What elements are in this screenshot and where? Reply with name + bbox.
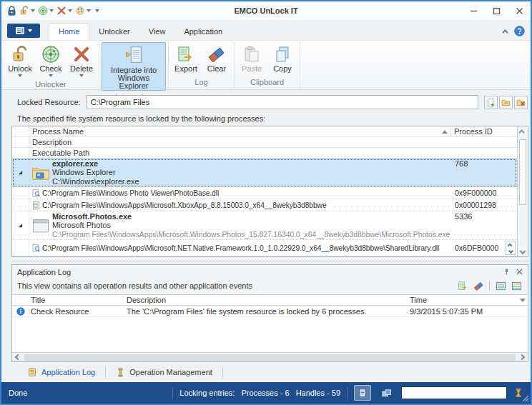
application-log-panel: Application Log This view contains all o… <box>11 264 528 362</box>
scroll-track[interactable] <box>518 136 528 246</box>
close-button[interactable] <box>508 2 531 19</box>
handle-row-xboxapp[interactable]: C:\Program Files\WindowsApps\Microsoft.X… <box>12 199 517 211</box>
scroll-thumb[interactable] <box>24 354 516 361</box>
column-header-time[interactable]: Time <box>408 296 528 304</box>
log-description-cell: The 'C:\Program Files' file system resou… <box>124 307 408 316</box>
spin-up-icon <box>507 243 512 248</box>
column-header-process-id[interactable]: Process ID <box>451 127 517 136</box>
check-button[interactable]: Check <box>36 42 66 78</box>
status-text: Done <box>9 389 166 397</box>
close-panel-icon[interactable] <box>516 269 523 275</box>
qat-theme-caret[interactable] <box>87 9 91 12</box>
ribbon-group-log: Export Clear Log <box>169 41 235 89</box>
qat-unlock-caret[interactable] <box>31 9 35 12</box>
export-log-button[interactable] <box>456 279 469 292</box>
qat-delete-caret[interactable] <box>68 9 72 12</box>
minimize-button[interactable] <box>462 2 485 19</box>
process-path: C:\Windows\explorer.exe <box>52 177 517 186</box>
tab-unlocker[interactable]: Unlocker <box>89 24 139 40</box>
locked-resource-label: Locked Resource: <box>17 98 81 106</box>
scroll-up-button[interactable] <box>518 126 528 136</box>
locked-resource-input[interactable] <box>87 95 478 109</box>
row-scroll-spinner[interactable] <box>506 241 516 255</box>
pin-icon[interactable] <box>503 268 511 276</box>
check-file-button[interactable] <box>484 96 498 109</box>
process-row-photos[interactable]: Microsoft.Photos.exe5336 Microsoft Photo… <box>12 211 517 240</box>
ribbon-group-integration: Integrate intoWindows Explorer Integrati… <box>99 41 169 89</box>
windows-layout-button[interactable] <box>378 385 395 401</box>
process-description: Windows Explorer <box>52 168 517 177</box>
handles-count: Handles - 59 <box>296 389 340 397</box>
window-controls <box>462 2 531 19</box>
resize-grip[interactable] <box>522 395 529 402</box>
column-header-executable-path[interactable]: Executable Path <box>29 149 517 157</box>
unlock-dropdown-caret[interactable] <box>18 74 22 77</box>
sort-descending-icon <box>520 299 526 302</box>
process-row-explorer[interactable]: explorer.exe768 Windows Explorer C:\Wind… <box>12 159 517 187</box>
vertical-scrollbar[interactable] <box>517 126 528 256</box>
maximize-button[interactable] <box>485 2 508 19</box>
scroll-down-button[interactable] <box>518 246 528 256</box>
delete-button[interactable]: Delete <box>66 42 97 78</box>
group-label-clipboard: Clipboard <box>237 76 297 89</box>
log-row-check-resource[interactable]: Check Resource The 'C:\Program Files' fi… <box>12 306 528 317</box>
paste-icon <box>242 45 261 64</box>
clear-button[interactable]: Clear <box>202 42 232 76</box>
column-header-description[interactable]: Description <box>29 138 517 146</box>
tab-home[interactable]: Home <box>49 23 89 40</box>
tab-operation-management[interactable]: Operation Management <box>106 364 222 381</box>
integrate-explorer-button[interactable]: Integrate intoWindows Explorer <box>102 42 166 91</box>
dll-icon <box>29 244 42 253</box>
export-button[interactable]: Export <box>171 42 201 76</box>
app-lock-icon <box>6 6 17 16</box>
clear-log-button[interactable] <box>472 279 485 292</box>
progress-box <box>401 386 507 399</box>
row-expander[interactable] <box>12 159 29 186</box>
clear-resource-button[interactable] <box>514 96 528 109</box>
handle-row-sharedlibrary[interactable]: C:\Program Files\WindowsApps\Microsoft.N… <box>12 240 517 256</box>
app-menu-button[interactable] <box>7 24 40 38</box>
windows-explorer-icon <box>29 159 52 186</box>
qat-unlock-button[interactable] <box>19 5 36 16</box>
tab-application[interactable]: Application <box>174 24 232 40</box>
qat-theme-button[interactable] <box>74 5 92 16</box>
row-expander[interactable] <box>12 211 29 239</box>
hourglass-icon <box>116 368 125 377</box>
column-header-title[interactable]: Title <box>29 296 124 304</box>
locked-resource-row: Locked Resource: <box>17 94 528 110</box>
scroll-thumb[interactable] <box>519 139 526 205</box>
qat-check-caret[interactable] <box>49 9 54 12</box>
column-header-description[interactable]: Description <box>124 296 408 304</box>
log-panel-title: Application Log <box>17 268 497 276</box>
process-id: 5336 <box>451 212 517 221</box>
grid-header-row-name: Process Name Process ID <box>12 126 517 137</box>
handle-path: C:\Program Files\WindowsApps\Microsoft.N… <box>42 244 451 252</box>
check-dropdown-caret[interactable] <box>49 74 53 77</box>
view-grouped-button[interactable] <box>510 279 523 292</box>
spin-down-icon <box>508 249 513 254</box>
toggle-log-panel-button[interactable] <box>354 385 371 401</box>
collapse-ribbon-button[interactable] <box>502 29 508 35</box>
panel-splitter[interactable] <box>11 257 528 264</box>
log-scroll-icon <box>27 367 37 377</box>
browse-folder-button[interactable] <box>499 96 513 109</box>
log-time-cell: 9/3/2015 5:07:35 PM <box>408 307 528 316</box>
file-icon <box>29 201 42 210</box>
tab-view[interactable]: View <box>139 24 175 40</box>
column-header-process-name[interactable]: Process Name <box>29 126 451 136</box>
sort-ascending-icon <box>442 130 448 134</box>
qat-delete-button[interactable] <box>56 5 73 16</box>
horizontal-scrollbar[interactable] <box>12 352 528 361</box>
handle-row-photobase[interactable]: C:\Program Files\Windows Photo Viewer\Ph… <box>12 187 517 199</box>
copy-icon <box>273 45 292 64</box>
scroll-right-button[interactable] <box>516 353 528 361</box>
help-button[interactable] <box>514 26 525 36</box>
unlock-button[interactable]: Unlock <box>5 42 35 78</box>
copy-button[interactable]: Copy <box>267 42 297 76</box>
view-list-button[interactable] <box>494 279 507 292</box>
qat-customize-button[interactable] <box>95 9 99 12</box>
qat-check-button[interactable] <box>37 5 54 16</box>
tab-application-log[interactable]: Application Log <box>17 364 105 381</box>
delete-dropdown-caret[interactable] <box>79 74 84 77</box>
scroll-left-button[interactable] <box>12 353 24 361</box>
